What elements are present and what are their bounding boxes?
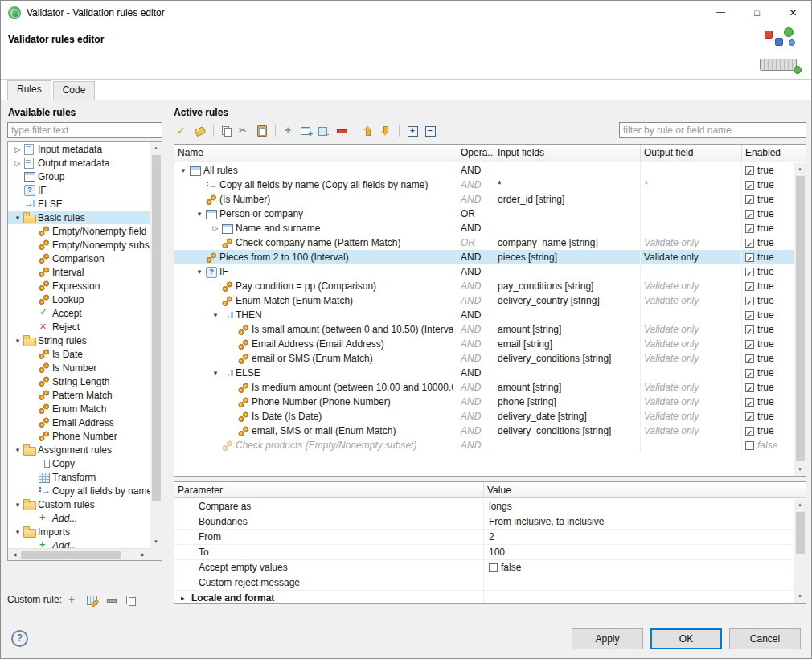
move-up-button[interactable]	[359, 122, 376, 139]
duplicate-custom-rule-button[interactable]	[122, 591, 139, 608]
tree-item-transform[interactable]: Transform	[8, 470, 150, 484]
tree-item-reject[interactable]: Reject	[8, 320, 150, 334]
scroll-thumb[interactable]	[796, 176, 805, 461]
enabled-checkbox-checked[interactable]	[745, 369, 754, 378]
active-rules-filter-input[interactable]	[619, 122, 806, 138]
enabled-checkbox-checked[interactable]	[745, 427, 754, 436]
tree-item-email-address[interactable]: Email Address	[8, 415, 150, 429]
scroll-down-icon[interactable]: ▼	[794, 464, 806, 476]
rule-row-check-company-name-pattern-match[interactable]: Check company name (Pattern Match)ORcomp…	[174, 235, 794, 250]
rules-vertical-scrollbar[interactable]: ▲ ▼	[794, 163, 806, 476]
tree-item-string-length[interactable]: String Length	[8, 375, 150, 388]
enabled-checkbox-checked[interactable]	[745, 239, 754, 248]
edit-custom-rule-button[interactable]	[84, 591, 100, 608]
rule-row-is-small-amount-between-0-and-10-50-interval[interactable]: Is small amount (between 0 and 10.50) (I…	[174, 322, 794, 337]
param-row-boundaries[interactable]: BoundariesFrom inclusive, to inclusive	[174, 514, 794, 530]
tree-item-enum-match[interactable]: Enum Match	[8, 402, 150, 415]
enabled-checkbox-checked[interactable]	[745, 412, 754, 421]
rule-row-then[interactable]: ▾THENANDtrue	[174, 308, 794, 322]
enabled-checkbox-unchecked[interactable]	[745, 441, 754, 450]
tree-item-is-number[interactable]: Is Number	[8, 361, 150, 375]
tree-expander-icon[interactable]: ▷	[12, 159, 23, 167]
param-value-cell[interactable]: 2	[484, 530, 794, 544]
column-header-name[interactable]: Name	[174, 145, 457, 162]
rule-row-check-products-empty-nonempty-subset[interactable]: Check products (Empty/Nonempty subset)AN…	[174, 438, 794, 452]
value-checkbox-unchecked[interactable]	[489, 563, 498, 572]
enabled-checkbox-checked[interactable]	[745, 297, 754, 305]
tree-item-accept[interactable]: Accept	[8, 306, 150, 320]
param-row-compare-as[interactable]: Compare aslongs	[174, 499, 794, 514]
enabled-checkbox-checked[interactable]	[745, 398, 754, 407]
param-column-header-parameter[interactable]: Parameter	[174, 482, 484, 497]
enabled-checkbox-checked[interactable]	[745, 268, 754, 276]
remove-custom-rule-button[interactable]	[103, 591, 120, 608]
enabled-checkbox-checked[interactable]	[745, 253, 754, 262]
tree-item-else[interactable]: ELSE	[8, 197, 150, 211]
rule-row-name-and-surname[interactable]: ▷Name and surnameANDtrue	[174, 221, 794, 235]
scroll-up-icon[interactable]: ▲	[794, 163, 806, 175]
tree-expander-icon[interactable]: ▾	[12, 446, 23, 454]
tree-item-if[interactable]: IF	[8, 183, 150, 197]
param-value-cell[interactable]: longs	[484, 499, 794, 514]
help-button[interactable]: ?	[11, 630, 28, 647]
tab-rules[interactable]: Rules	[7, 80, 51, 100]
enabled-checkbox-checked[interactable]	[745, 224, 754, 233]
row-expander-icon[interactable]: ▷	[210, 221, 221, 235]
enabled-checkbox-checked[interactable]	[745, 340, 754, 349]
rule-row-is-number[interactable]: (Is Number)ANDorder_id [string]true	[174, 192, 794, 207]
rule-row-is-medium-amount-between-10-00-and-10000-00-interval[interactable]: Is medium amount (between 10.00 and 1000…	[174, 380, 794, 395]
tree-item-basic-rules[interactable]: ▾Basic rules	[8, 211, 150, 224]
rule-row-pieces-from-2-to-100-interval[interactable]: Pieces from 2 to 100 (Interval)ANDpieces…	[174, 250, 794, 264]
tree-item-output-metadata[interactable]: ▷Output metadata	[8, 156, 150, 170]
close-button[interactable]: ✕	[775, 1, 811, 25]
tree-item-expression[interactable]: Expression	[8, 279, 150, 293]
tree-expander-icon[interactable]: ▾	[12, 528, 23, 536]
enabled-checkbox-checked[interactable]	[745, 195, 754, 204]
tree-expander-icon[interactable]: ▾	[12, 501, 23, 509]
param-value-cell[interactable]: 100	[484, 545, 794, 559]
available-rules-filter-input[interactable]	[7, 122, 162, 138]
tree-item-add[interactable]: Add...	[8, 538, 150, 548]
tree-item-lookup[interactable]: Lookup	[8, 293, 150, 306]
param-row-to[interactable]: To100	[174, 545, 794, 560]
tree-item-group[interactable]: Group	[8, 170, 150, 183]
rule-row-pay-condition-pp-comparison[interactable]: Pay condition = pp (Comparison)ANDpay_co…	[174, 279, 794, 293]
tree-item-comparison[interactable]: Comparison	[8, 252, 150, 265]
add-group-button[interactable]	[297, 122, 314, 139]
param-value-cell[interactable]: false	[484, 560, 794, 575]
scroll-right-icon[interactable]: ▶	[137, 549, 149, 561]
copy-button[interactable]	[218, 122, 235, 139]
tree-item-is-date[interactable]: Is Date	[8, 347, 150, 361]
tree-expander-icon[interactable]: ▾	[12, 337, 23, 345]
tree-item-input-metadata[interactable]: ▷Input metadata	[8, 142, 150, 156]
expand-all-button[interactable]	[404, 122, 420, 139]
enabled-checkbox-checked[interactable]	[745, 210, 754, 219]
enabled-checkbox-checked[interactable]	[745, 354, 754, 363]
param-value-cell[interactable]	[484, 591, 794, 603]
apply-button[interactable]: Apply	[572, 628, 643, 649]
param-row-from[interactable]: From2	[174, 530, 794, 545]
tree-horizontal-scrollbar[interactable]: ◀ ▶	[8, 548, 150, 560]
rule-row-copy-all-fields-by-name-copy-all-fields-by-name[interactable]: Copy all fields by name (Copy all fields…	[174, 178, 794, 192]
tree-item-copy-all-fields-by-name[interactable]: Copy all fields by name	[8, 484, 150, 497]
param-row-custom-reject-message[interactable]: Custom reject message	[174, 575, 794, 591]
cancel-button[interactable]: Cancel	[729, 628, 801, 649]
tree-vertical-scrollbar[interactable]: ▲ ▼	[150, 142, 162, 548]
enabled-checkbox-checked[interactable]	[745, 325, 754, 334]
add-custom-rule-button[interactable]	[64, 591, 81, 608]
param-row-locale-and-format[interactable]: ▸Locale and format	[174, 591, 794, 603]
tree-item-empty-nonempty-field[interactable]: Empty/Nonempty field	[8, 224, 150, 238]
scroll-down-icon[interactable]: ▼	[150, 536, 162, 548]
column-header-enabled[interactable]: Enabled	[742, 145, 795, 162]
minimize-button[interactable]: —	[703, 1, 739, 25]
ok-button[interactable]: OK	[650, 628, 722, 649]
tree-item-copy[interactable]: Copy	[8, 456, 150, 470]
rule-row-enum-match-enum-match[interactable]: Enum Match (Enum Match)ANDdelivery_count…	[174, 293, 794, 308]
param-value-cell[interactable]	[484, 575, 794, 590]
row-expander-icon[interactable]: ▾	[194, 264, 205, 279]
column-header-output-field[interactable]: Output field	[641, 145, 742, 162]
row-expander-icon[interactable]: ▾	[210, 308, 221, 322]
scroll-up-icon[interactable]: ▲	[150, 142, 162, 154]
enabled-checkbox-checked[interactable]	[745, 166, 754, 175]
enabled-checkbox-checked[interactable]	[745, 311, 754, 320]
